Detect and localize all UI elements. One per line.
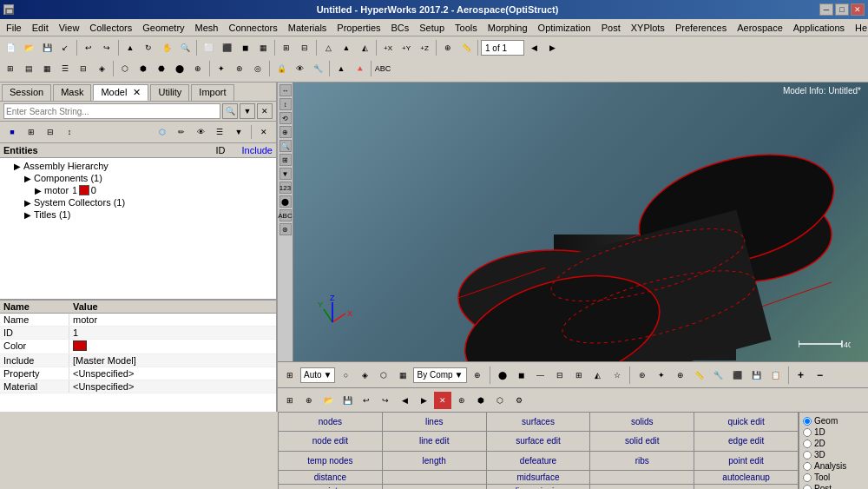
menu-aerospace[interactable]: Aerospace: [733, 21, 787, 35]
tb-view2[interactable]: ⬛: [218, 39, 235, 56]
tb-redo[interactable]: ↪: [98, 39, 115, 56]
radio-analysis-input[interactable]: [803, 462, 812, 471]
bycomp-dropdown[interactable]: By Comp ▼: [413, 367, 466, 383]
vp-tb-17[interactable]: 📏: [691, 367, 708, 384]
strip-icon-9[interactable]: ⬤: [279, 195, 292, 208]
tb-shade[interactable]: ▲: [338, 39, 355, 56]
window-icon[interactable]: [3, 4, 14, 15]
btn-defeature[interactable]: defeature: [487, 452, 591, 471]
strip-icon-4[interactable]: ⊕: [279, 126, 292, 138]
menu-collectors[interactable]: Collectors: [85, 21, 136, 35]
tree-item-motor[interactable]: ▶ motor 1 0: [2, 184, 274, 196]
tb-view3[interactable]: ◼: [236, 39, 253, 56]
menu-help[interactable]: Help: [851, 21, 868, 35]
tab-close[interactable]: ✕: [133, 87, 141, 97]
strip-icon-3[interactable]: ⟲: [279, 112, 292, 124]
menu-morphing[interactable]: Morphing: [483, 21, 532, 35]
vp-tb-9[interactable]: —: [532, 367, 549, 384]
vp-tb-3[interactable]: ◈: [356, 367, 373, 384]
vp2-tb-3[interactable]: 📂: [319, 392, 337, 409]
menu-file[interactable]: File: [2, 21, 26, 35]
vp-tb-minus[interactable]: −: [812, 367, 829, 384]
strip-icon-8[interactable]: 123: [279, 182, 292, 194]
radio-1d-input[interactable]: [803, 428, 812, 437]
search-input[interactable]: [3, 103, 220, 119]
radio-geom[interactable]: Geom: [803, 416, 865, 426]
btn-temp-nodes[interactable]: temp nodes: [279, 452, 383, 471]
model-tb-close[interactable]: ✕: [255, 123, 273, 141]
vp-tb-19[interactable]: ⬛: [729, 367, 746, 384]
tree-item-titles[interactable]: ▶ Titles (1): [2, 208, 274, 221]
tb-select[interactable]: ▲: [122, 39, 139, 56]
menu-optimization[interactable]: Optimization: [534, 21, 595, 35]
vp-tb-12[interactable]: ◭: [589, 367, 607, 384]
btn-points[interactable]: points: [279, 485, 383, 489]
model-tb-1[interactable]: ■: [3, 123, 21, 141]
menu-connectors[interactable]: Connectors: [224, 21, 281, 35]
strip-icon-11[interactable]: ⊛: [279, 223, 292, 235]
vp2-tb-4[interactable]: 💾: [339, 392, 356, 409]
tb-new[interactable]: 📄: [2, 39, 19, 56]
btn-surfaces[interactable]: surfaces: [487, 413, 591, 432]
vp2-tb-11[interactable]: ⬢: [472, 392, 490, 409]
tb-view4[interactable]: ▦: [254, 39, 272, 56]
vp-tb-14[interactable]: ⊛: [634, 367, 651, 384]
btn-ribs[interactable]: ribs: [590, 452, 694, 471]
tb2-20[interactable]: ABC: [374, 60, 391, 77]
vp-tb-7[interactable]: ⬤: [494, 367, 511, 384]
tb2-1[interactable]: ⊞: [2, 60, 19, 77]
strip-icon-6[interactable]: ⊞: [279, 154, 292, 166]
tab-mask[interactable]: Mask: [53, 84, 91, 101]
radio-analysis[interactable]: Analysis: [803, 461, 865, 471]
tree-view[interactable]: ▶ Assembly Hierarchy ▶ Components (1) ▶ …: [0, 158, 276, 299]
tab-session[interactable]: Session: [2, 84, 51, 101]
menu-properties[interactable]: Properties: [332, 21, 385, 35]
tab-utility[interactable]: Utility: [150, 84, 189, 101]
model-tb-4[interactable]: ↕: [61, 123, 78, 141]
tb-next-page[interactable]: ▶: [543, 39, 561, 56]
btn-length[interactable]: length: [383, 452, 487, 471]
btn-line-edit[interactable]: line edit: [383, 432, 487, 451]
radio-2d[interactable]: 2D: [803, 439, 865, 448]
menu-post[interactable]: Post: [597, 21, 625, 35]
vp2-tb-2[interactable]: ⊕: [300, 392, 318, 409]
vp-tb-4[interactable]: ⬡: [375, 367, 392, 384]
tree-item-system[interactable]: ▶ System Collectors (1): [2, 196, 274, 208]
tb-save[interactable]: 💾: [38, 39, 56, 56]
viewport-3d[interactable]: Model Info: Untitled*: [293, 83, 868, 361]
radio-2d-input[interactable]: [803, 439, 812, 448]
radio-3d[interactable]: 3D: [803, 450, 865, 459]
btn-solid-edit[interactable]: solid edit: [590, 432, 694, 451]
vp-tb-5[interactable]: ▦: [394, 367, 411, 384]
tb2-16[interactable]: 👁: [291, 60, 308, 77]
btn-distance[interactable]: distance: [279, 471, 383, 485]
vp-tb-6[interactable]: ⊕: [469, 367, 486, 384]
minimize-button[interactable]: ─: [819, 3, 833, 16]
vp-tb-21[interactable]: 📋: [767, 367, 785, 384]
vp2-tb-13[interactable]: ⚙: [510, 392, 528, 409]
tb-view-x[interactable]: +X: [379, 39, 397, 56]
auto-dropdown[interactable]: Auto ▼: [300, 367, 335, 383]
tb2-7[interactable]: ⬡: [116, 60, 134, 77]
model-tb-3[interactable]: ⊟: [42, 123, 59, 141]
menu-materials[interactable]: Materials: [284, 21, 332, 35]
menu-setup[interactable]: Setup: [415, 21, 449, 35]
btn-midsurface[interactable]: midsurface: [487, 471, 591, 485]
tb-zoomfit[interactable]: ⊟: [296, 39, 313, 56]
btn-node-edit[interactable]: node edit: [279, 432, 383, 451]
menu-applications[interactable]: Applications: [789, 21, 849, 35]
tb2-4[interactable]: ☰: [56, 60, 74, 77]
tb2-11[interactable]: ⊕: [189, 60, 207, 77]
tb-undo[interactable]: ↩: [80, 39, 97, 56]
model-tb-options[interactable]: ▼: [230, 123, 247, 141]
color-swatch-props[interactable]: [73, 340, 87, 351]
radio-tool[interactable]: Tool: [803, 472, 865, 482]
vp2-tb-8[interactable]: ▶: [415, 392, 432, 409]
menu-bcs[interactable]: BCs: [387, 21, 414, 35]
vp2-tb-9[interactable]: ✕: [434, 392, 451, 409]
radio-post-input[interactable]: [803, 485, 812, 490]
tree-item-assembly[interactable]: ▶ Assembly Hierarchy: [2, 160, 274, 172]
search-close-button[interactable]: ✕: [257, 103, 273, 119]
model-tb-filter[interactable]: ☰: [211, 123, 228, 141]
tb2-8[interactable]: ⬢: [135, 60, 152, 77]
